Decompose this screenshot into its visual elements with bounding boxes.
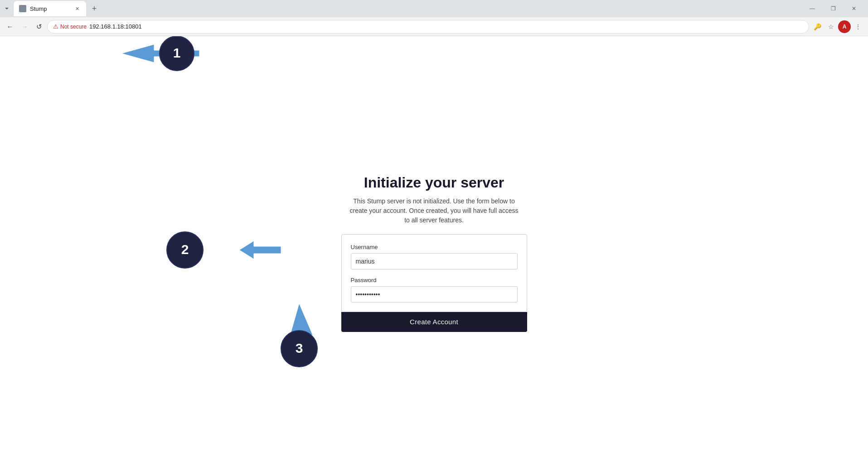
username-group: Username [351,244,518,269]
toolbar-right: 🔑 ☆ A ⋮ [811,20,864,33]
new-tab-button[interactable]: + [88,2,101,15]
svg-text:3: 3 [296,341,303,356]
address-bar[interactable]: ⚠ Not secure 192.168.1.18:10801 [47,20,809,34]
minimize-button[interactable]: — [802,1,823,16]
tab-close-button[interactable]: ✕ [73,5,81,12]
browser-chrome: Stump ✕ + — ❐ ✕ ← → ↺ [0,0,868,36]
profile-icon[interactable]: A [838,20,851,33]
username-input[interactable] [351,253,518,269]
username-label: Username [351,244,518,250]
url-text: 192.168.1.18:10801 [89,23,803,30]
not-secure-label[interactable]: ⚠ Not secure [53,23,87,30]
form-card: Username Password [341,234,527,312]
back-button[interactable]: ← [4,20,16,33]
create-account-button[interactable]: Create Account [341,312,527,332]
tab-favicon [19,5,26,12]
page-title: Initialize your server [364,174,504,191]
svg-point-5 [160,36,194,71]
password-label: Password [351,277,518,283]
bookmark-icon[interactable]: ☆ [824,20,837,33]
password-group: Password [351,277,518,303]
tab-title: Stump [30,5,70,12]
svg-marker-4 [121,44,199,62]
password-input[interactable] [351,286,518,303]
password-manager-icon[interactable]: 🔑 [811,20,824,33]
page-description: This Stump server is not initialized. Us… [348,197,520,225]
active-tab[interactable]: Stump ✕ [14,1,86,16]
warning-icon: ⚠ [53,23,58,30]
svg-text:1: 1 [173,45,181,60]
window-down-arrow[interactable] [4,5,10,12]
svg-point-11 [281,331,317,367]
toolbar: ← → ↺ ⚠ Not secure 192.168.1.18:10801 🔑 … [0,17,868,36]
svg-marker-0 [5,8,9,10]
browser-window: Stump ✕ + — ❐ ✕ ← → ↺ [0,0,868,466]
forward-button[interactable]: → [18,20,31,33]
close-button[interactable]: ✕ [844,1,864,16]
page-content: Initialize your server This Stump server… [0,36,868,466]
extensions-icon[interactable]: ⋮ [852,20,864,33]
reload-button[interactable]: ↺ [33,20,45,33]
restore-button[interactable]: ❐ [823,1,844,16]
form-section: Initialize your server This Stump server… [0,174,868,332]
